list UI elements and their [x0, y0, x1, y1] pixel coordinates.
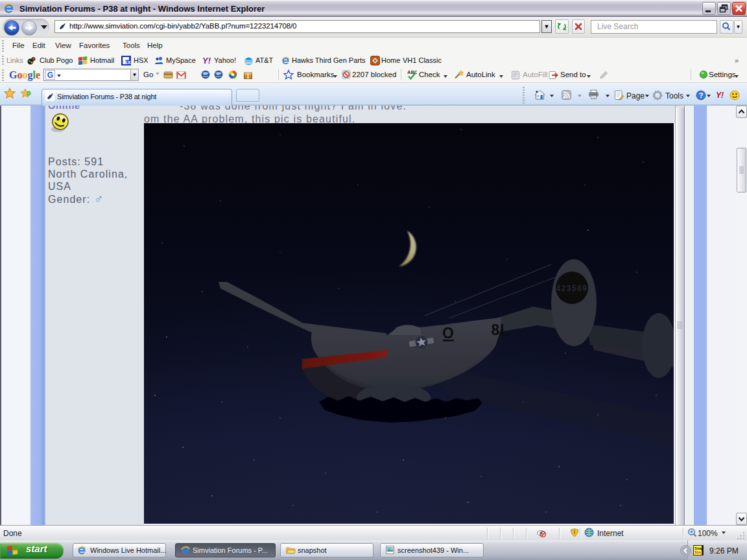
- svg-text:O: O: [442, 325, 454, 342]
- svg-text:8L: 8L: [492, 321, 510, 338]
- svg-text:423569: 423569: [556, 284, 587, 293]
